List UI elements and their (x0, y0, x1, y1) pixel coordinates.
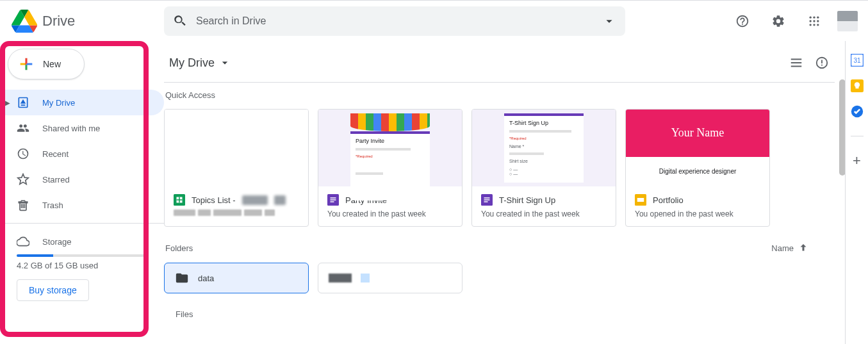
sidebar-item-storage[interactable]: Storage (0, 229, 164, 254)
svg-rect-22 (637, 198, 644, 202)
card-subtitle: You opened in the past week (635, 209, 760, 218)
quick-access-card[interactable]: Topics List - xxx (164, 109, 309, 227)
svg-text:31: 31 (853, 57, 861, 64)
sidebar-item-label: Storage (42, 237, 72, 247)
svg-point-1 (813, 16, 815, 18)
avatar[interactable] (837, 11, 858, 31)
card-thumbnail: Your Name Digital experience designer (626, 110, 769, 186)
section-title: Quick Access (165, 90, 215, 100)
card-thumbnail: T-Shirt Sign Up*RequiredName *Shirt size… (472, 110, 616, 186)
forms-icon (327, 194, 339, 206)
sidebar-item-label: Recent (42, 149, 69, 159)
folders-row: data (164, 263, 835, 293)
folder-name: data (198, 274, 214, 283)
svg-point-7 (813, 24, 815, 26)
quick-access-card[interactable]: T-Shirt Sign Up*RequiredName *Shirt size… (471, 109, 616, 227)
path-row: My Drive (164, 47, 835, 83)
card-subtitle: You created in the past week (481, 209, 607, 218)
cloud-icon (17, 235, 29, 248)
main: New ▶ My Drive Shared with me Recent (0, 41, 845, 344)
section-title: Folders (165, 243, 193, 253)
svg-point-6 (810, 24, 812, 26)
sort-label: Name (771, 243, 794, 253)
svg-rect-19 (484, 199, 490, 201)
settings-button[interactable] (766, 8, 791, 34)
folder-item[interactable]: data (164, 263, 309, 293)
folder-item[interactable] (318, 263, 463, 293)
list-view-button[interactable] (783, 50, 809, 76)
search-bar[interactable] (164, 6, 625, 36)
folders-header: Folders Name (164, 242, 835, 254)
brand[interactable]: Drive (5, 8, 164, 34)
sort-button[interactable]: Name (771, 242, 809, 254)
svg-point-3 (810, 20, 812, 22)
search-input[interactable] (196, 15, 593, 27)
svg-point-5 (817, 20, 819, 22)
quick-access-cards: Topics List - xxx Party Invite*Required … (164, 109, 835, 227)
shared-icon (17, 122, 29, 135)
svg-point-2 (817, 16, 819, 18)
scrollbar[interactable] (839, 79, 845, 176)
sidebar-item-trash[interactable]: Trash (0, 192, 164, 218)
trash-icon (17, 199, 29, 211)
quick-access-header: Quick Access (164, 90, 835, 100)
chevron-right-icon: ▶ (5, 99, 10, 106)
recent-icon (17, 147, 29, 160)
content: My Drive Quick Access Topics List - xxx (164, 41, 845, 344)
card-title-text: Portfolio (653, 195, 684, 205)
breadcrumb[interactable]: My Drive (169, 56, 231, 70)
right-sidebar: 31 + (845, 41, 868, 344)
svg-point-8 (817, 24, 819, 26)
forms-icon (481, 194, 493, 206)
folder-icon (175, 271, 189, 285)
sidebar-item-shared[interactable]: Shared with me (0, 115, 164, 141)
sheets-icon (174, 194, 185, 206)
card-subtitle: You created in the past week (327, 209, 453, 218)
storage-bar (17, 254, 147, 257)
header: Drive (0, 0, 868, 41)
calendar-app-icon[interactable]: 31 (851, 54, 864, 67)
details-button[interactable] (809, 50, 835, 76)
apps-button[interactable] (801, 8, 827, 34)
sidebar-item-my-drive[interactable]: ▶ My Drive (0, 90, 164, 115)
dropdown-arrow-icon[interactable] (602, 14, 616, 28)
arrow-up-icon (798, 242, 809, 254)
svg-point-0 (810, 16, 812, 18)
search-icon (173, 14, 187, 28)
add-app-button[interactable]: + (851, 154, 864, 167)
sidebar-item-label: Starred (42, 175, 70, 184)
svg-rect-14 (331, 197, 336, 199)
section-title: Files (176, 309, 193, 319)
sidebar-item-starred[interactable]: Starred (0, 167, 164, 192)
my-drive-icon (17, 96, 29, 109)
new-button[interactable]: New (8, 49, 85, 79)
card-thumbnail: Party Invite*Required (318, 110, 462, 186)
svg-rect-18 (484, 197, 490, 199)
help-button[interactable] (730, 8, 755, 34)
storage-text: 4.2 GB of 15 GB used (0, 261, 164, 270)
svg-rect-16 (331, 201, 334, 202)
card-subtitle (174, 209, 299, 216)
card-title-text: T-Shirt Sign Up (499, 195, 555, 205)
quick-access-card[interactable]: Your Name Digital experience designer Po… (625, 109, 770, 227)
keep-app-icon[interactable] (851, 79, 864, 92)
sidebar-item-label: Trash (42, 201, 63, 210)
slides-icon (635, 194, 646, 206)
sidebar-item-recent[interactable]: Recent (0, 141, 164, 167)
new-button-label: New (43, 59, 61, 69)
buy-storage-button[interactable]: Buy storage (17, 279, 89, 301)
star-icon (17, 173, 29, 186)
card-title-text: Topics List - (192, 195, 236, 205)
drive-logo-icon (12, 8, 37, 34)
tasks-app-icon[interactable] (851, 105, 864, 118)
folder-name-redacted (329, 274, 352, 283)
breadcrumb-label: My Drive (169, 56, 215, 70)
svg-point-4 (813, 20, 815, 22)
brand-name: Drive (42, 13, 75, 29)
sidebar-item-label: My Drive (42, 98, 75, 108)
quick-access-card[interactable]: Party Invite*Required Party Invite You c… (318, 109, 463, 227)
svg-rect-12 (179, 197, 180, 203)
dropdown-arrow-icon (218, 56, 231, 69)
svg-rect-20 (484, 201, 488, 202)
sidebar-item-label: Shared with me (42, 124, 100, 133)
